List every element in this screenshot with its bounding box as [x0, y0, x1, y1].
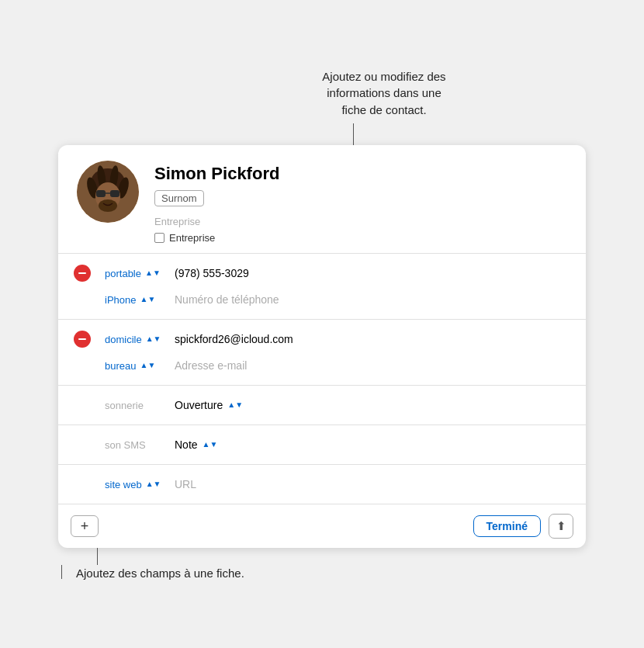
card-toolbar: + Terminé ⬆ [58, 504, 586, 548]
company-checkbox-row: Entreprise [154, 232, 567, 244]
website-placeholder[interactable]: URL [175, 478, 567, 490]
phone-label-2[interactable]: iPhone ▲▼ [105, 294, 167, 306]
svg-rect-7 [96, 190, 106, 197]
ringtone-select[interactable]: Ouverture ▲▼ [175, 399, 243, 411]
bottom-annotation: Ajoutez des champs à une fiche. [71, 567, 244, 580]
ringtone-stepper[interactable]: ▲▼ [227, 401, 243, 409]
company-placeholder[interactable]: Entreprise [154, 216, 567, 227]
done-button[interactable]: Terminé [473, 515, 541, 537]
email-placeholder-2[interactable]: Adresse e-mail [175, 359, 567, 372]
phone-placeholder-2[interactable]: Numéro de téléphone [175, 293, 567, 306]
website-stepper[interactable]: ▲▼ [146, 480, 161, 488]
sms-stepper[interactable]: ▲▼ [203, 441, 218, 449]
email-row-1: domicile ▲▼ spickford26@icloud.com [105, 327, 567, 351]
email-value-1[interactable]: spickford26@icloud.com [175, 333, 567, 345]
contact-name: Simon Pickford [154, 164, 567, 184]
phone-stepper-2[interactable]: ▲▼ [140, 296, 155, 303]
sms-label: son SMS [105, 439, 167, 451]
svg-rect-8 [110, 190, 119, 197]
top-annotation: Ajoutez ou modifiez des informations dan… [291, 68, 477, 119]
add-field-button[interactable]: + [71, 515, 99, 537]
sms-field-group: son SMS Note ▲▼ [58, 425, 586, 464]
ringtone-row: sonnerie Ouverture ▲▼ [105, 393, 567, 417]
toolbar-right: Terminé ⬆ [473, 514, 573, 539]
phone-row-2: iPhone ▲▼ Numéro de téléphone [105, 288, 567, 311]
phone-field-group: portable ▲▼ (978) 555-3029 iPhone ▲▼ Num… [58, 254, 586, 319]
contact-card: Simon Pickford Surnom Entreprise Entrepr… [58, 145, 586, 548]
email-stepper-1[interactable]: ▲▼ [146, 335, 161, 343]
company-checkbox-label: Entreprise [169, 232, 215, 244]
remove-email-button[interactable] [74, 331, 91, 348]
phone-row-1: portable ▲▼ (978) 555-3029 [105, 262, 567, 285]
email-row-2: bureau ▲▼ Adresse e-mail [105, 354, 567, 377]
company-checkbox[interactable] [154, 233, 164, 243]
phone-label-1[interactable]: portable ▲▼ [105, 268, 167, 279]
email-label-1[interactable]: domicile ▲▼ [105, 334, 167, 345]
ringtone-field-group: sonnerie Ouverture ▲▼ [58, 386, 586, 424]
sms-row: son SMS Note ▲▼ [105, 433, 567, 456]
phone-value-1[interactable]: (978) 555-3029 [175, 267, 567, 279]
website-label[interactable]: site web ▲▼ [105, 479, 167, 490]
email-stepper-2[interactable]: ▲▼ [140, 362, 155, 369]
email-label-2[interactable]: bureau ▲▼ [105, 360, 167, 372]
bottom-annotation-container: Ajoutez des champs à une fiche. [58, 548, 586, 580]
email-field-group: domicile ▲▼ spickford26@icloud.com burea… [58, 320, 586, 385]
ringtone-label: sonnerie [105, 400, 167, 411]
website-field-group: site web ▲▼ URL [58, 465, 586, 504]
avatar[interactable] [77, 161, 139, 223]
website-row: site web ▲▼ URL [105, 473, 567, 496]
remove-phone-button[interactable] [74, 265, 91, 282]
nickname-field[interactable]: Surnom [154, 190, 204, 206]
card-header: Simon Pickford Surnom Entreprise Entrepr… [58, 145, 586, 253]
phone-stepper-1[interactable]: ▲▼ [145, 269, 161, 277]
contact-info: Simon Pickford Surnom Entreprise Entrepr… [154, 161, 567, 244]
share-button[interactable]: ⬆ [549, 514, 573, 539]
sms-select[interactable]: Note ▲▼ [175, 438, 217, 451]
